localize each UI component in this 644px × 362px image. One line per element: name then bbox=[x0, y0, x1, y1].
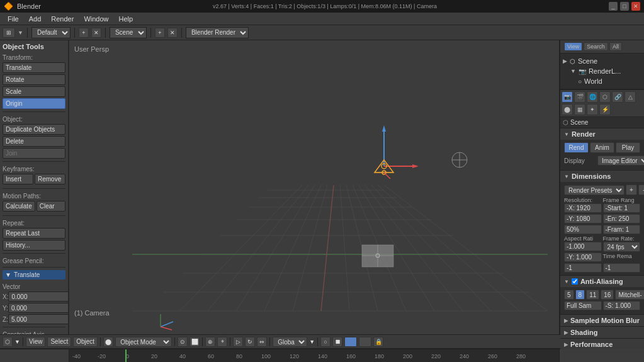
maximize-button[interactable]: □ bbox=[620, 2, 629, 11]
render-layer-item[interactable]: ▼ 📷 RenderL... bbox=[570, 66, 641, 76]
join-btn[interactable]: Join bbox=[3, 148, 65, 159]
y-input[interactable] bbox=[8, 303, 69, 313]
view-type-btn[interactable]: ⊙ bbox=[178, 337, 188, 347]
insert-keyframe-btn[interactable]: Insert bbox=[3, 174, 33, 184]
viewport-mode-icon[interactable]: ▼ bbox=[18, 30, 23, 36]
framerate-select[interactable]: 24 fps bbox=[603, 242, 641, 252]
tab-world[interactable]: 🌐 bbox=[587, 91, 598, 103]
translate-btn[interactable]: Translate bbox=[3, 62, 65, 73]
time-val2[interactable]: -1 bbox=[603, 263, 641, 273]
select-btn[interactable]: Select bbox=[47, 337, 71, 347]
layer1-btn[interactable] bbox=[344, 337, 357, 347]
tab-constraints[interactable]: 🔗 bbox=[612, 91, 623, 103]
render-presets-select[interactable]: Render Presets bbox=[564, 185, 624, 195]
aspect-x-field[interactable]: -1.000 bbox=[564, 242, 602, 251]
res-pct-field[interactable]: 50% bbox=[564, 225, 602, 234]
duplicate-objects-btn[interactable]: Duplicate Objects bbox=[3, 124, 65, 135]
object-mode-icon[interactable]: ⬤ bbox=[103, 337, 113, 347]
snap-toggle-btn[interactable]: 🔲 bbox=[332, 337, 342, 347]
viewport-icon-btn[interactable]: ⊞ bbox=[3, 28, 15, 38]
x-input[interactable] bbox=[8, 291, 69, 302]
tool1-btn[interactable]: ▷ bbox=[233, 337, 243, 347]
frame-start-field[interactable]: -Start: 1 bbox=[603, 203, 641, 213]
scene-item[interactable]: ▶ ⬡ Scene bbox=[563, 56, 641, 66]
add-scene-btn[interactable]: + bbox=[155, 28, 165, 38]
motion-blur-header[interactable]: ▶ Sampled Motion Blur bbox=[560, 315, 644, 326]
menu-render[interactable]: Render bbox=[46, 14, 79, 24]
res-x-field[interactable]: -X: 1920 bbox=[564, 203, 602, 213]
origin-btn[interactable]: Origin bbox=[3, 98, 65, 109]
aa-fullsam-value[interactable]: -S: 1.000 bbox=[603, 301, 641, 310]
performance-header[interactable]: ▶ Performance bbox=[560, 339, 644, 350]
lock-btn[interactable]: 🔒 bbox=[373, 337, 383, 347]
repeat-last-btn[interactable]: Repeat Last bbox=[3, 228, 65, 239]
calculate-btn[interactable]: Calculate bbox=[3, 201, 35, 212]
frame-current-field[interactable]: -Fram: 1 bbox=[603, 225, 641, 234]
tab-physics[interactable]: ⚡ bbox=[599, 104, 611, 115]
layout-select[interactable]: Default bbox=[31, 27, 71, 38]
transform-orient-select[interactable]: Global bbox=[273, 337, 307, 347]
engine-select[interactable]: Blender Render bbox=[186, 27, 249, 38]
tab-material[interactable]: ⬤ bbox=[562, 104, 573, 115]
aa-section-header[interactable]: ▼ Anti-Aliasing bbox=[560, 276, 644, 287]
render-section-header[interactable]: ▼ Render bbox=[560, 128, 644, 140]
dimensions-section-header[interactable]: ▼ Dimensions bbox=[560, 171, 644, 182]
aa-filter-select[interactable]: Mitchell- bbox=[615, 290, 644, 300]
pivot-btn[interactable]: ⊕ bbox=[205, 337, 215, 347]
presets-remove-btn[interactable]: - bbox=[638, 184, 644, 195]
all-tab[interactable]: All bbox=[609, 42, 622, 51]
frame-end-field[interactable]: -En: 250 bbox=[603, 214, 641, 223]
tab-particles[interactable]: ✦ bbox=[587, 104, 598, 115]
aa-11-btn[interactable]: 11 bbox=[586, 290, 599, 300]
shading-header[interactable]: ▶ Shading bbox=[560, 327, 644, 338]
tab-scene[interactable]: 🎬 bbox=[574, 91, 585, 103]
object-mode-select[interactable]: Object Mode bbox=[115, 337, 172, 347]
tool3-btn[interactable]: ⇔ bbox=[257, 337, 267, 347]
clear-btn[interactable]: Clear bbox=[37, 201, 65, 212]
history-btn[interactable]: History... bbox=[3, 240, 65, 251]
remove-layout-btn[interactable]: ✕ bbox=[91, 28, 101, 38]
view-tab[interactable]: View bbox=[564, 42, 582, 51]
delete-btn[interactable]: Delete bbox=[3, 136, 65, 147]
minimize-button[interactable]: _ bbox=[609, 2, 618, 11]
timeline-ruler[interactable]: -40 -20 0 20 40 60 80 100 120 140 160 18… bbox=[69, 349, 559, 362]
proportional-btn[interactable]: ○ bbox=[320, 337, 330, 347]
viewport[interactable]: User Persp (1) Camera bbox=[69, 40, 559, 334]
layer2-btn[interactable] bbox=[359, 337, 371, 347]
orient-arrow[interactable]: ▼ bbox=[309, 339, 315, 345]
display-select[interactable]: Image Editor bbox=[597, 156, 644, 166]
tab-render[interactable]: 📷 bbox=[562, 91, 573, 103]
menu-file[interactable]: File bbox=[3, 14, 24, 24]
anim-btn[interactable]: Anim bbox=[590, 142, 614, 153]
presets-add-btn[interactable]: + bbox=[626, 184, 637, 195]
search-tab[interactable]: Search bbox=[584, 42, 608, 51]
viewport-shading-btn[interactable]: ⬜ bbox=[189, 337, 200, 347]
viewport-type-icon[interactable]: ⬡ bbox=[3, 337, 13, 347]
aspect-y-field[interactable]: -Y: 1.000 bbox=[564, 252, 602, 262]
aa-16-btn[interactable]: 16 bbox=[601, 290, 614, 300]
tool2-btn[interactable]: ↻ bbox=[245, 337, 255, 347]
play-btn[interactable]: Play bbox=[616, 142, 640, 153]
rend-btn[interactable]: Rend bbox=[564, 142, 589, 153]
menu-help[interactable]: Help bbox=[114, 14, 138, 24]
res-y-field[interactable]: -Y: 1080 bbox=[564, 214, 602, 223]
object-btn[interactable]: Object bbox=[73, 337, 98, 347]
add-layout-btn[interactable]: + bbox=[79, 28, 89, 38]
tab-data[interactable]: △ bbox=[624, 91, 636, 103]
menu-window[interactable]: Window bbox=[79, 14, 113, 24]
menu-add[interactable]: Add bbox=[24, 14, 47, 24]
world-item[interactable]: ○ World bbox=[578, 76, 641, 86]
close-button[interactable]: ✕ bbox=[631, 2, 640, 11]
rotate-btn[interactable]: Rotate bbox=[3, 74, 65, 85]
z-input[interactable] bbox=[8, 314, 69, 324]
tab-object[interactable]: ⬡ bbox=[599, 91, 611, 103]
aa-checkbox[interactable] bbox=[572, 278, 578, 285]
scene-select[interactable]: Scene bbox=[110, 27, 147, 38]
viewport-type-arrow[interactable]: ▼ bbox=[14, 339, 20, 345]
aa-8-btn[interactable]: 8 bbox=[575, 290, 585, 300]
tab-texture[interactable]: ▦ bbox=[574, 104, 585, 115]
remove-scene-btn[interactable]: ✕ bbox=[167, 28, 178, 38]
time-val1[interactable]: -1 bbox=[564, 263, 602, 273]
view-btn[interactable]: View bbox=[26, 337, 46, 347]
scale-btn[interactable]: Scale bbox=[3, 86, 65, 97]
